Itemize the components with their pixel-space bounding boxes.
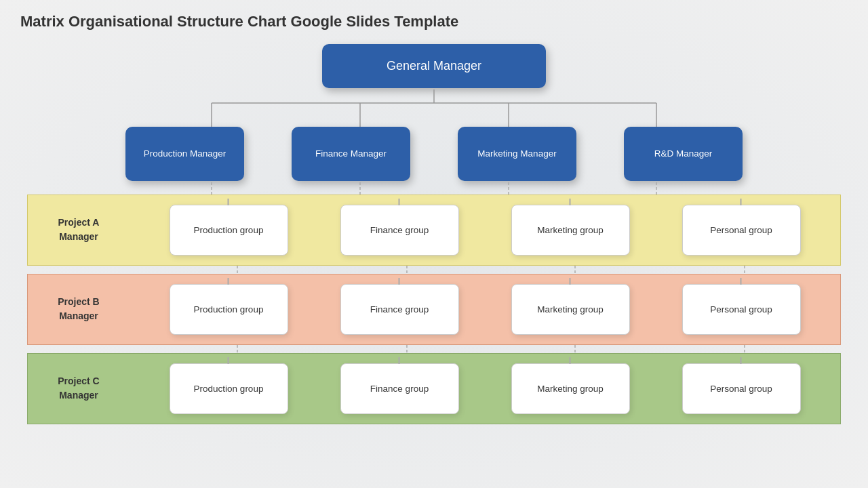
manager-col-1: Production Manager bbox=[125, 127, 244, 181]
project-b-finance: Finance group bbox=[340, 284, 459, 335]
project-a-production: Production group bbox=[170, 205, 288, 256]
marketing-manager-box: Marketing Manager bbox=[458, 127, 576, 181]
finance-manager-box: Finance Manager bbox=[292, 127, 410, 181]
production-manager-box: Production Manager bbox=[125, 127, 244, 181]
managers-row: Production Manager Finance Manager Marke… bbox=[102, 127, 766, 181]
project-a-marketing: Marketing group bbox=[511, 205, 630, 256]
top-connectors-svg bbox=[102, 89, 766, 127]
project-b-production: Production group bbox=[170, 284, 288, 335]
manager-col-3: Marketing Manager bbox=[458, 127, 576, 181]
project-b-label: Project BManager bbox=[28, 274, 130, 344]
manager-col-4: R&D Manager bbox=[624, 127, 743, 181]
manager-col-2: Finance Manager bbox=[292, 127, 410, 181]
project-c-label: Project CManager bbox=[28, 354, 130, 424]
page-title: Matrix Organisational Structure Chart Go… bbox=[20, 12, 848, 32]
project-c-row: Project CManager Production group Financ… bbox=[27, 353, 841, 424]
project-c-cells: Production group Finance group Marketing… bbox=[130, 354, 840, 424]
project-a-row: Project AManager Production group Financ… bbox=[27, 195, 841, 266]
rd-manager-box: R&D Manager bbox=[624, 127, 743, 181]
project-c-finance: Finance group bbox=[340, 363, 459, 414]
mid-connectors-svg bbox=[102, 182, 766, 195]
project-a-label: Project AManager bbox=[28, 195, 130, 265]
project-c-personal: Personal group bbox=[682, 363, 801, 414]
project-b-row: Project BManager Production group Financ… bbox=[27, 274, 841, 345]
general-manager-box: General Manager bbox=[322, 44, 546, 88]
project-b-personal: Personal group bbox=[682, 284, 801, 335]
project-b-cells: Production group Finance group Marketing… bbox=[130, 274, 840, 344]
project-a-personal: Personal group bbox=[682, 205, 801, 256]
project-rows: Project AManager Production group Financ… bbox=[27, 195, 841, 424]
org-chart: General Manager Production Manager bbox=[27, 44, 841, 424]
row-connector-2 bbox=[27, 345, 841, 353]
row-connector-1 bbox=[27, 266, 841, 274]
project-b-marketing: Marketing group bbox=[511, 284, 630, 335]
top-level-row: General Manager bbox=[322, 44, 546, 88]
page-container: Matrix Organisational Structure Chart Go… bbox=[0, 0, 868, 431]
project-c-marketing: Marketing group bbox=[511, 363, 630, 414]
project-a-cells: Production group Finance group Marketing… bbox=[130, 195, 840, 265]
project-c-production: Production group bbox=[170, 363, 288, 414]
project-a-finance: Finance group bbox=[340, 205, 459, 256]
